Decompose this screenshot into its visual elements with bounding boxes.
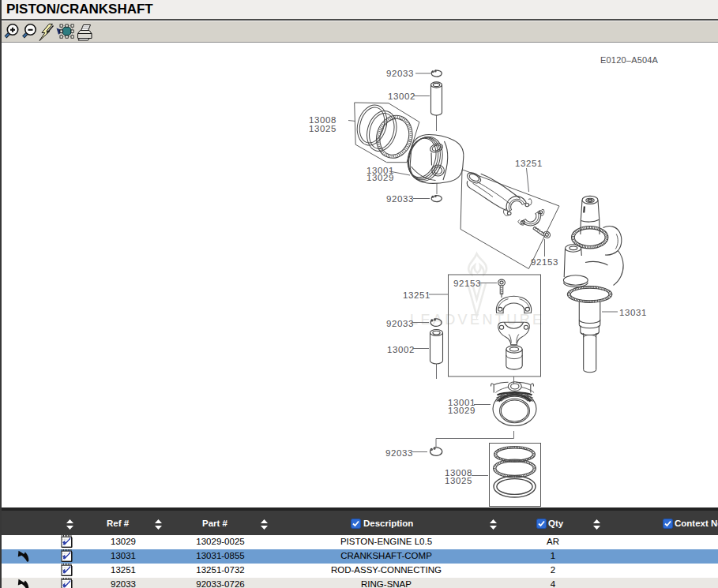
svg-text:13251: 13251 [403, 290, 430, 300]
svg-text:13002: 13002 [387, 345, 415, 354]
svg-text:E0120–A504A: E0120–A504A [600, 55, 659, 65]
svg-text:LEADVENTURE: LEADVENTURE [410, 312, 544, 328]
svg-text:92033: 92033 [386, 194, 414, 204]
svg-text:92033: 92033 [385, 448, 413, 458]
svg-text:92033: 92033 [386, 69, 414, 78]
svg-text:13251: 13251 [515, 159, 543, 168]
svg-text:13029: 13029 [448, 406, 476, 415]
svg-text:92153: 92153 [453, 279, 481, 288]
svg-text:13029: 13029 [367, 173, 394, 182]
svg-text:92153: 92153 [531, 257, 558, 267]
svg-text:13025: 13025 [445, 476, 472, 485]
svg-text:13002: 13002 [388, 92, 415, 101]
svg-text:13031: 13031 [619, 308, 647, 317]
svg-text:92033: 92033 [386, 319, 414, 328]
svg-text:13025: 13025 [309, 124, 336, 133]
